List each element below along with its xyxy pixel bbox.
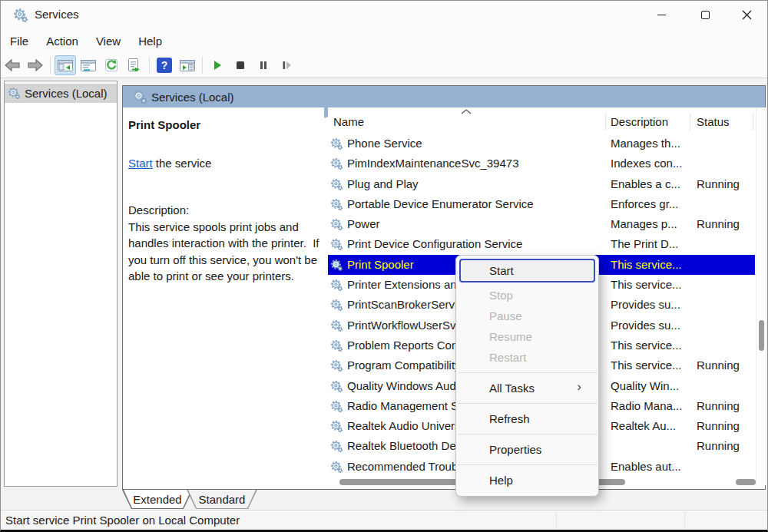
menu-bar-item[interactable]: Action (38, 31, 87, 51)
properties-button[interactable] (78, 55, 99, 75)
status-bar-separator (556, 512, 557, 528)
context-menu-item[interactable]: Help › (456, 470, 598, 491)
table-row[interactable]: Print Device Configuration Service The P… (328, 234, 755, 254)
minimize-button[interactable] (644, 1, 679, 28)
stop-service-button[interactable] (230, 55, 251, 75)
column-separator[interactable] (753, 114, 753, 131)
pause-service-button[interactable] (253, 55, 274, 75)
play-icon (211, 59, 223, 71)
vertical-scrollbar[interactable] (756, 107, 766, 485)
service-gear-icon (330, 319, 343, 332)
service-description-cell: Radio Mana... (611, 399, 691, 412)
service-gear-icon (330, 178, 343, 191)
service-description-pane: Print Spooler Start the service Descript… (123, 107, 324, 489)
back-button[interactable] (2, 55, 23, 75)
restart-icon (280, 59, 293, 71)
service-status-cell: Running (697, 419, 750, 432)
export-list-button[interactable] (124, 55, 145, 75)
menu-item-label: Refresh (489, 412, 530, 425)
help-button[interactable]: ? (154, 55, 175, 75)
context-menu-item[interactable]: Properties › (456, 439, 598, 460)
context-menu-item[interactable]: Start › (459, 259, 595, 283)
vertical-scrollbar-thumb[interactable] (759, 320, 764, 351)
context-menu-item[interactable]: Pause › (456, 306, 598, 326)
view-tabs: Extended Standard (122, 490, 251, 510)
maximize-button[interactable] (687, 1, 723, 28)
service-gear-icon (330, 461, 343, 474)
service-description-cell: Enables a c... (611, 177, 691, 190)
table-row[interactable]: Power Manages p... Running (328, 214, 755, 234)
forward-button[interactable] (25, 55, 46, 75)
service-status-cell: Running (697, 439, 750, 452)
column-header-description[interactable]: Description (611, 115, 668, 128)
taskpad-header: Services (Local) (123, 86, 765, 107)
context-menu-item[interactable]: Restart › (456, 347, 598, 368)
tab-label: Standard (199, 493, 246, 506)
menu-item-label: Restart (489, 351, 526, 364)
service-name-cell: Plug and Play (347, 177, 601, 190)
table-row[interactable]: Plug and Play Enables a c... Running (328, 174, 755, 194)
menu-item-label: Resume (489, 330, 532, 343)
taskpad-gear-icon (132, 89, 147, 104)
list-header: Name Description Status (328, 107, 755, 134)
toolbar-separator (202, 57, 203, 74)
service-description-cell: This service... (611, 278, 691, 291)
start-service-link[interactable]: Start (128, 157, 153, 170)
refresh-button[interactable] (101, 55, 122, 75)
menu-bar-item[interactable]: File (2, 31, 37, 51)
stop-icon (234, 59, 247, 71)
service-description-cell: Manages p... (611, 217, 691, 230)
menu-item-label: Help (489, 474, 513, 487)
context-menu-item[interactable]: All Tasks › (456, 378, 598, 398)
service-description-cell: This service... (611, 359, 691, 372)
context-menu-item[interactable]: Stop › (456, 285, 598, 306)
service-action-rest: the service (153, 157, 212, 170)
menu-bar: FileActionViewHelp (1, 29, 767, 53)
column-header-name[interactable]: Name (333, 115, 364, 128)
forward-arrow-icon (27, 58, 44, 73)
export-list-icon (126, 58, 143, 73)
service-gear-icon (330, 299, 343, 312)
tab-face: Extended (122, 490, 193, 508)
app-gear-icon (13, 8, 28, 23)
tree-item-services-local[interactable]: Services (Local) (5, 84, 117, 103)
column-header-status[interactable]: Status (697, 115, 730, 128)
show-action-pane-button[interactable] (177, 55, 198, 75)
restart-service-button[interactable] (276, 55, 297, 75)
properties-window-icon (80, 58, 97, 73)
column-separator[interactable] (690, 114, 690, 131)
service-gear-icon (330, 279, 343, 292)
view-tab[interactable]: Standard (187, 490, 257, 509)
console-tree-pane: Services (Local) (4, 81, 118, 487)
start-service-button[interactable] (207, 55, 228, 75)
services-taskpad-panel: Services (Local) Print Spooler Start the… (122, 85, 766, 490)
table-row[interactable]: PimIndexMaintenanceSvc_39473 Indexes con… (328, 154, 755, 173)
show-console-tree-button[interactable] (55, 55, 76, 75)
column-separator[interactable] (605, 114, 606, 131)
view-tab[interactable]: Extended (122, 490, 193, 509)
menu-item-label: Stop (489, 289, 513, 302)
console-tree-icon (57, 58, 74, 73)
service-gear-icon (330, 218, 343, 231)
menu-bar-item[interactable]: View (88, 31, 129, 51)
service-status-cell: Running (697, 217, 750, 230)
menu-item-label: Start (489, 264, 514, 277)
context-menu-item[interactable]: Resume › (456, 326, 598, 347)
services-gear-icon (8, 87, 21, 100)
close-button[interactable] (729, 1, 764, 28)
service-gear-icon (330, 238, 343, 251)
service-gear-icon (330, 380, 343, 393)
service-gear-icon (330, 137, 343, 150)
table-row[interactable]: Portable Device Enumerator Service Enfor… (328, 194, 755, 214)
menu-item-label: Pause (489, 309, 522, 322)
service-name-cell: Power (347, 217, 601, 230)
service-description-cell: Realtek Au... (611, 419, 691, 432)
menu-bar-item[interactable]: Help (130, 31, 170, 51)
horizontal-scrollbar-end[interactable] (736, 479, 756, 485)
minimize-icon (657, 15, 666, 15)
close-icon (742, 10, 752, 20)
table-row[interactable]: Phone Service Manages th... (328, 134, 755, 154)
context-menu-item[interactable]: Refresh › (456, 408, 598, 429)
sort-ascending-icon (460, 108, 472, 115)
service-description-cell: Indexes con... (611, 157, 691, 170)
